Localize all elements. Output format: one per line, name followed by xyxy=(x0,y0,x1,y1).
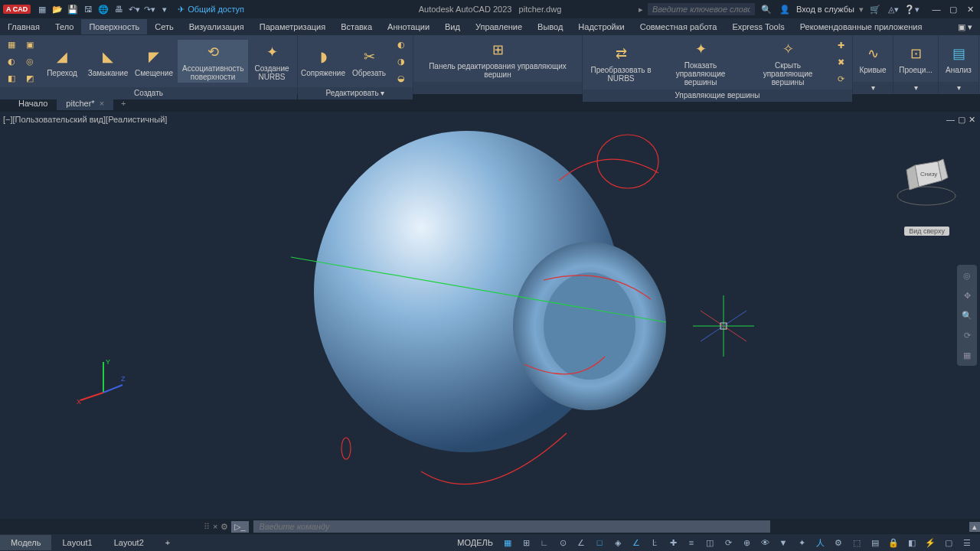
tab-start[interactable]: Начало xyxy=(9,96,57,110)
menu-featured[interactable]: Рекомендованные приложения xyxy=(792,19,930,34)
panel-cv-title[interactable]: Управляющие вершины xyxy=(583,90,852,102)
cmdline-customize-icon[interactable]: ⚙ xyxy=(220,522,228,532)
menu-main[interactable]: Главная xyxy=(0,19,47,34)
undo-icon[interactable]: ↶▾ xyxy=(127,2,141,16)
isodraft-icon[interactable]: ∠ xyxy=(573,535,590,550)
analyze-button[interactable]: ▤ Анализ xyxy=(942,41,975,76)
viewport[interactable]: [−][Пользовательский вид][Реалистичный] … xyxy=(0,112,980,519)
cycling-icon[interactable]: ⟳ xyxy=(720,535,737,550)
gizmo-icon[interactable]: ✦ xyxy=(793,535,810,550)
user-icon[interactable]: 👤 xyxy=(778,2,792,16)
plot-icon[interactable]: 🖶 xyxy=(112,2,126,16)
menu-insert[interactable]: Вставка xyxy=(333,19,380,34)
dyninput-icon[interactable]: ✚ xyxy=(665,535,681,550)
share-link[interactable]: ✈ Общий доступ xyxy=(178,5,244,15)
menu-output[interactable]: Вывод xyxy=(530,19,570,34)
offset-button[interactable]: ◤ Смещение xyxy=(132,44,176,79)
units-icon[interactable]: ⬚ xyxy=(848,535,865,550)
tab-model[interactable]: Модель xyxy=(0,535,51,550)
cv-remove-icon[interactable]: ✖ xyxy=(832,55,849,70)
open-icon[interactable]: 📂 xyxy=(51,2,64,16)
tab-layout2[interactable]: Layout2 xyxy=(103,535,155,550)
menu-view[interactable]: Вид xyxy=(437,19,468,34)
search-icon[interactable]: 🔍 xyxy=(760,2,773,16)
cmdline-history-icon[interactable]: ▴ xyxy=(969,522,980,532)
full-nav-wheel-icon[interactable]: ◎ xyxy=(959,268,975,283)
menu-solid[interactable]: Тело xyxy=(47,19,82,34)
maximize-icon[interactable]: ▢ xyxy=(946,2,960,16)
panel-analyze-title[interactable]: ▾ xyxy=(939,82,978,94)
command-input[interactable] xyxy=(253,520,770,533)
loft-button[interactable]: ◢ Переход xyxy=(40,44,84,79)
tab-layout-add[interactable]: + xyxy=(155,535,181,550)
cleanscreen-icon[interactable]: ▢ xyxy=(940,535,957,550)
transparency-icon[interactable]: ◫ xyxy=(701,535,718,550)
cmdline-close-icon[interactable]: × xyxy=(213,522,217,531)
lineweight-icon[interactable]: ≡ xyxy=(683,535,700,550)
menu-visualize[interactable]: Визуализация xyxy=(181,19,252,34)
nurbs-create-button[interactable]: ✦ Создание NURBS xyxy=(250,40,294,83)
annoscale-icon[interactable]: 人 xyxy=(812,535,828,550)
osnap-icon[interactable]: □ xyxy=(591,535,608,550)
help-icon[interactable]: ❔▾ xyxy=(905,2,919,16)
menu-manage[interactable]: Управление xyxy=(468,19,530,34)
vp-minimize-icon[interactable]: — xyxy=(946,115,955,125)
planar-surf-icon[interactable]: ◐ xyxy=(3,54,20,69)
associativity-button[interactable]: ⟲ Ассоциативность поверхности xyxy=(178,40,248,83)
filter-icon[interactable]: ▼ xyxy=(775,535,792,550)
isolate-icon[interactable]: ◧ xyxy=(903,535,920,550)
curves-button[interactable]: ∿ Кривые xyxy=(856,41,890,76)
revolve-icon[interactable]: ◎ xyxy=(21,54,38,69)
orbit-icon[interactable]: ⟳ xyxy=(959,328,975,343)
menu-mesh[interactable]: Сеть xyxy=(147,19,181,34)
extend-icon[interactable]: ◑ xyxy=(393,54,410,69)
quickprops-icon[interactable]: ▤ xyxy=(867,535,884,550)
cmdline-handle-icon[interactable]: ⠿ xyxy=(204,522,210,532)
menu-addins[interactable]: Надстройки xyxy=(570,19,632,34)
showmotion-icon[interactable]: ▦ xyxy=(959,347,975,363)
menu-annotate[interactable]: Аннотации xyxy=(380,19,437,34)
extrude-icon[interactable]: ▣ xyxy=(21,37,38,52)
app-icon[interactable]: ◬▾ xyxy=(887,2,900,16)
fillet-button[interactable]: ◗ Сопряжение xyxy=(301,44,345,79)
untrim-icon[interactable]: ◐ xyxy=(393,37,410,52)
panel-project-title[interactable]: ▾ xyxy=(893,82,938,94)
search-input[interactable] xyxy=(648,3,755,15)
blend-surf-icon[interactable]: ◧ xyxy=(3,70,20,86)
ortho-icon[interactable]: ∟ xyxy=(536,535,553,550)
cv-editbar-button[interactable]: ⊞ Панель редактирования управляющих верш… xyxy=(416,37,579,80)
signin-label[interactable]: Вход в службы xyxy=(796,5,854,14)
dynucs-icon[interactable]: Ŀ xyxy=(646,535,663,550)
tab-close-icon[interactable]: × xyxy=(100,99,104,108)
tab-add-button[interactable]: + xyxy=(113,96,133,110)
web-icon[interactable]: 🌐 xyxy=(96,2,110,16)
cart-icon[interactable]: 🛒 xyxy=(868,2,882,16)
viewport-label[interactable]: [−][Пользовательский вид][Реалистичный] xyxy=(3,115,167,124)
zoom-icon[interactable]: 🔍 xyxy=(959,308,975,323)
sweep-icon[interactable]: ◩ xyxy=(21,70,38,86)
minimize-icon[interactable]: — xyxy=(929,2,943,16)
hardware-icon[interactable]: ⚡ xyxy=(922,535,939,550)
pan-icon[interactable]: ✥ xyxy=(959,288,975,303)
viewcube[interactable]: Снизу xyxy=(896,150,957,211)
sculpt-icon[interactable]: ◒ xyxy=(393,70,410,86)
vp-close-icon[interactable]: ✕ xyxy=(969,115,975,125)
panel-curves-title[interactable]: ▾ xyxy=(853,82,893,94)
cv-rebuild-icon[interactable]: ⟳ xyxy=(832,72,849,87)
new-icon[interactable]: ▦ xyxy=(35,2,49,16)
otrack-icon[interactable]: ∠ xyxy=(628,535,645,550)
redo-icon[interactable]: ↷▾ xyxy=(142,2,156,16)
vp-maximize-icon[interactable]: ▢ xyxy=(958,115,965,125)
convert-nurbs-button[interactable]: ⇄ Преобразовать в NURBS xyxy=(586,41,656,84)
model-paper-toggle[interactable]: МОДЕЛЬ xyxy=(452,538,498,547)
3dosnap-icon[interactable]: ◈ xyxy=(609,535,626,550)
saveas-icon[interactable]: 🖫 xyxy=(81,2,95,16)
3dgizmo-icon[interactable]: ⊕ xyxy=(738,535,755,550)
project-button[interactable]: ⊡ Проеци... xyxy=(897,41,935,76)
customize-status-icon[interactable]: ☰ xyxy=(959,535,975,550)
cv-add-icon[interactable]: ✚ xyxy=(832,38,849,54)
panel-edit-title[interactable]: Редактировать ▾ xyxy=(298,87,413,99)
annomonitor-icon[interactable]: 👁 xyxy=(756,535,773,550)
workspace-icon[interactable]: ⚙ xyxy=(830,535,847,550)
trim-button[interactable]: ✂ Обрезать xyxy=(347,44,391,79)
